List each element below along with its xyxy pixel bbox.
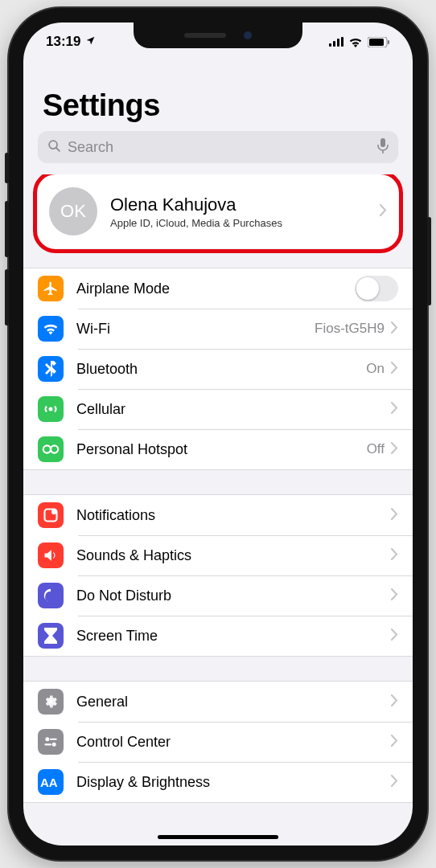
chevron-right-icon — [391, 774, 398, 791]
row-label: Screen Time — [76, 628, 391, 645]
chevron-right-icon — [391, 734, 398, 751]
row-label: Sounds & Haptics — [76, 547, 391, 564]
airplane-icon — [38, 276, 64, 301]
settings-row-airplane-mode[interactable]: Airplane Mode — [23, 268, 413, 309]
search-icon — [47, 139, 61, 156]
home-indicator[interactable] — [158, 835, 278, 839]
settings-list[interactable]: OK Olena Kahujova Apple ID, iCloud, Medi… — [23, 174, 413, 845]
chevron-right-icon — [380, 203, 387, 220]
row-label: Personal Hotspot — [76, 441, 367, 458]
row-value: On — [366, 361, 385, 377]
row-label: Notifications — [76, 507, 391, 524]
settings-row-sounds-haptics[interactable]: Sounds & Haptics — [23, 535, 413, 575]
row-value: Fios-tG5H9 — [315, 321, 385, 337]
chevron-right-icon — [391, 694, 398, 710]
chevron-right-icon — [391, 361, 398, 378]
svg-rect-2 — [388, 40, 389, 44]
profile-subtitle: Apple ID, iCloud, Media & Purchases — [110, 217, 367, 229]
cellular-signal-icon — [329, 37, 343, 47]
settings-row-cellular[interactable]: Cellular — [23, 389, 413, 429]
cellular-icon — [38, 396, 64, 422]
row-label: Control Center — [76, 734, 391, 751]
search-bar[interactable] — [38, 131, 398, 163]
svg-text:AA: AA — [40, 776, 58, 789]
svg-point-14 — [52, 743, 56, 747]
page-title: Settings — [43, 88, 393, 123]
row-label: Cellular — [76, 401, 391, 418]
wifi-icon — [38, 316, 64, 342]
profile-name: Olena Kahujova — [110, 194, 367, 215]
svg-point-10 — [51, 510, 57, 515]
microphone-icon[interactable] — [377, 138, 389, 157]
hotspot-icon — [38, 436, 64, 462]
settings-group: Airplane ModeWi-FiFios-tG5H9BluetoothOnC… — [23, 268, 413, 470]
controlcenter-icon — [38, 729, 64, 755]
wifi-status-icon — [348, 37, 363, 47]
row-label: Do Not Disturb — [76, 588, 391, 604]
settings-row-notifications[interactable]: Notifications — [23, 495, 413, 535]
svg-point-12 — [45, 737, 49, 741]
notch — [134, 23, 302, 48]
bluetooth-icon — [38, 356, 64, 382]
row-label: Airplane Mode — [76, 280, 355, 297]
chevron-right-icon — [391, 628, 398, 645]
row-label: Display & Brightness — [76, 774, 391, 791]
settings-group: GeneralControl CenterAADisplay & Brightn… — [23, 681, 413, 803]
chevron-right-icon — [391, 507, 398, 524]
location-icon — [85, 35, 96, 48]
settings-row-do-not-disturb[interactable]: Do Not Disturb — [23, 575, 413, 616]
screen: 13:19 Settings — [23, 23, 413, 845]
toggle-switch[interactable] — [355, 276, 398, 301]
general-icon — [38, 689, 64, 714]
chevron-right-icon — [391, 321, 398, 338]
battery-icon — [368, 37, 390, 47]
settings-row-display-brightness[interactable]: AADisplay & Brightness — [23, 762, 413, 802]
settings-row-screen-time[interactable]: Screen Time — [23, 616, 413, 656]
svg-point-7 — [43, 445, 51, 452]
avatar: OK — [49, 187, 97, 235]
settings-row-control-center[interactable]: Control Center — [23, 722, 413, 762]
chevron-right-icon — [391, 588, 398, 604]
header: Settings — [23, 61, 413, 131]
settings-row-general[interactable]: General — [23, 682, 413, 722]
svg-rect-1 — [369, 39, 384, 46]
search-input[interactable] — [68, 139, 371, 156]
settings-row-bluetooth[interactable]: BluetoothOn — [23, 349, 413, 389]
dnd-icon — [38, 583, 64, 608]
chevron-right-icon — [391, 547, 398, 564]
screentime-icon — [38, 623, 64, 649]
row-label: Wi-Fi — [76, 321, 315, 338]
chevron-right-icon — [391, 401, 398, 418]
avatar-initials: OK — [60, 201, 86, 222]
settings-group: NotificationsSounds & HapticsDo Not Dist… — [23, 494, 413, 657]
row-label: General — [76, 694, 391, 710]
svg-point-8 — [51, 445, 58, 452]
svg-rect-5 — [380, 138, 385, 147]
notifications-icon — [38, 502, 64, 528]
sounds-icon — [38, 542, 64, 568]
display-icon: AA — [38, 769, 64, 795]
status-time: 13:19 — [46, 34, 80, 50]
row-value: Off — [367, 441, 385, 457]
phone-frame: 13:19 Settings — [9, 8, 427, 860]
settings-row-wi-fi[interactable]: Wi-FiFios-tG5H9 — [23, 309, 413, 349]
apple-id-row[interactable]: OK Olena Kahujova Apple ID, iCloud, Medi… — [38, 174, 398, 248]
svg-line-4 — [56, 147, 60, 150]
settings-row-personal-hotspot[interactable]: Personal HotspotOff — [23, 429, 413, 469]
chevron-right-icon — [391, 441, 398, 458]
row-label: Bluetooth — [76, 361, 366, 378]
